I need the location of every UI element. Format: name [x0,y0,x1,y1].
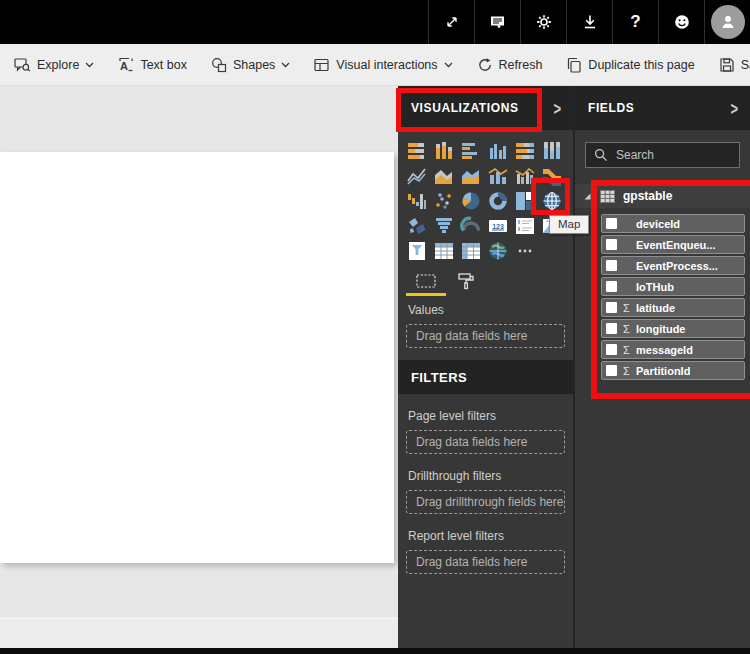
field-checkbox[interactable] [606,260,617,271]
field-item-deviceId[interactable]: deviceId [601,214,745,233]
fields-pane-tab[interactable] [406,272,446,290]
field-item-latitude[interactable]: Σlatitude [601,298,745,317]
visualizations-panel-header: VISUALIZATIONS > [398,86,573,130]
field-checkbox[interactable] [606,218,617,229]
save-icon [719,57,735,73]
field-name: deviceId [636,218,680,230]
field-item-longitude[interactable]: Σlongitude [601,319,745,338]
toolbar-shapes-label: Shapes [233,58,275,72]
gauge-icon[interactable] [457,213,484,238]
field-item-messageId[interactable]: ΣmessageId [601,340,745,359]
powerbi-window: ? ExploreAText boxShapesVisual interacti… [0,0,750,654]
matrix-icon[interactable] [457,238,484,263]
toolbar-explore-label: Explore [37,58,79,72]
field-item-EventProcess[interactable]: EventProcess... [601,256,745,275]
arcgis-map-icon[interactable] [484,238,511,263]
filter-drop-zone[interactable]: Drag drillthrough fields here [406,490,565,514]
table-node-gpstable[interactable]: gpstable [575,184,750,208]
slicer-icon[interactable] [403,238,430,263]
refresh-icon [477,57,493,73]
toolbar-explore-button[interactable]: Explore [14,57,94,73]
multi-row-card-icon[interactable] [511,213,538,238]
table-icon[interactable] [430,238,457,263]
toolbar-text-box-label: Text box [140,58,187,72]
line-chart-icon[interactable] [403,163,430,188]
report-toolbar: ExploreAText boxShapesVisual interaction… [0,44,750,86]
area-chart-icon[interactable] [430,163,457,188]
sigma-icon: Σ [620,365,633,377]
toolbar-shapes-button[interactable]: Shapes [211,57,290,73]
field-name: longitude [636,323,686,335]
download-icon[interactable] [566,0,612,44]
filter-drop-placeholder: Drag data fields here [416,555,527,569]
smiley-feedback-icon[interactable] [658,0,704,44]
field-checkbox[interactable] [606,365,617,376]
waterfall-chart-icon[interactable] [403,188,430,213]
stacked-bar-chart-icon[interactable] [403,138,430,163]
filter-drop-zone[interactable]: Drag data fields here [406,430,565,454]
filter-section-label: Page level filters [408,409,573,423]
format-pane-tab[interactable] [446,271,486,291]
svg-text:123: 123 [492,222,504,229]
help-icon[interactable]: ? [612,0,658,44]
field-checkbox[interactable] [606,281,617,292]
field-checkbox[interactable] [606,323,617,334]
search-icon [594,148,608,162]
field-list: deviceIdEventEnqueu...EventProcess...IoT… [601,214,745,380]
toolbar-text-box-button[interactable]: AText box [118,57,187,73]
filters-title: FILTERS [411,370,467,385]
line-and-clustered-column-chart-icon[interactable] [511,163,538,188]
fields-search-input[interactable] [616,148,731,162]
hundred-stacked-bar-chart-icon[interactable] [511,138,538,163]
field-item-PartitionId[interactable]: ΣPartitionId [601,361,745,380]
donut-chart-icon[interactable] [484,188,511,213]
values-drop-zone[interactable]: Drag data fields here [406,324,565,348]
stacked-area-chart-icon[interactable] [457,163,484,188]
svg-text:A: A [120,60,128,72]
clustered-bar-chart-icon[interactable] [457,138,484,163]
fields-collapse-chevron-icon[interactable]: > [730,98,738,119]
bottom-status-strip [0,648,750,654]
pie-chart-icon[interactable] [457,188,484,213]
toolbar-save-label: Save [741,58,750,72]
visualizations-collapse-chevron-icon[interactable]: > [553,98,561,119]
filter-drop-zone[interactable]: Drag data fields here [406,550,565,574]
filled-map-icon[interactable] [403,213,430,238]
duplicate-this-page-icon [566,57,582,73]
card-icon[interactable]: 123 [484,213,511,238]
scatter-chart-icon[interactable] [430,188,457,213]
chevron-down-icon [281,62,290,68]
active-tab-underline [406,293,446,296]
funnel-icon[interactable] [430,213,457,238]
expand-collapse-triangle-icon[interactable] [583,192,592,201]
settings-gear-icon[interactable] [520,0,566,44]
report-canvas[interactable] [0,152,394,563]
field-item-EventEnqueu[interactable]: EventEnqueu... [601,235,745,254]
visualization-type-grid: 123 [403,138,573,263]
field-checkbox[interactable] [606,239,617,250]
toolbar-duplicate-this-page-button[interactable]: Duplicate this page [566,57,694,73]
top-app-bar: ? [0,0,750,44]
field-item-IoTHub[interactable]: IoTHub [601,277,745,296]
toolbar-refresh-button[interactable]: Refresh [477,57,543,73]
shapes-icon [211,57,227,73]
stacked-column-chart-icon[interactable] [430,138,457,163]
comment-feedback-icon[interactable] [474,0,520,44]
field-name: IoTHub [636,281,674,293]
expand-icon[interactable] [428,0,474,44]
field-name: latitude [636,302,675,314]
toolbar-visual-interactions-button[interactable]: Visual interactions [314,57,452,73]
field-checkbox[interactable] [606,344,617,355]
avatar[interactable] [704,0,750,44]
more-options-icon[interactable] [511,238,538,263]
ribbon-chart-icon[interactable] [538,163,565,188]
map-icon[interactable] [538,188,565,213]
clustered-column-chart-icon[interactable] [484,138,511,163]
filters-header: FILTERS [398,360,573,394]
hundred-stacked-column-chart-icon[interactable] [538,138,565,163]
field-checkbox[interactable] [606,302,617,313]
toolbar-save-button[interactable]: Save [719,57,750,73]
treemap-icon[interactable] [511,188,538,213]
fields-search-box [585,142,740,168]
line-and-stacked-column-chart-icon[interactable] [484,163,511,188]
